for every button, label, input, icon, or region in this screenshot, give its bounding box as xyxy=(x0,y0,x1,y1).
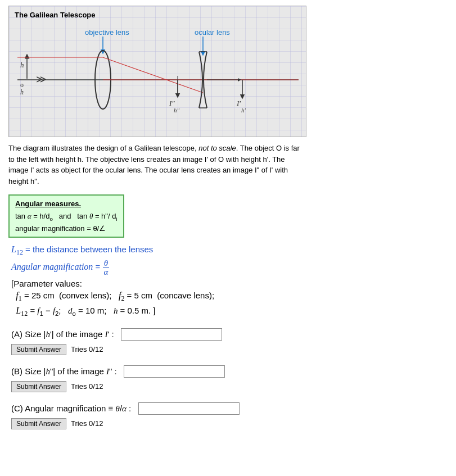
description-text: The diagram illustrates the design of a … xyxy=(8,143,306,238)
question-A-submit-button[interactable]: Submit Answer xyxy=(11,344,66,355)
telescope-diagram: objective lens ocular lens h xyxy=(15,22,301,129)
question-A-submit-row: Submit Answer Tries 0/12 xyxy=(11,344,448,355)
ocular-lens-label: ocular lens xyxy=(195,28,230,37)
question-B-submit-button[interactable]: Submit Answer xyxy=(11,381,66,392)
objective-lens-label: objective lens xyxy=(85,28,129,37)
angular-formula-2: angular magnification = θ/∠ xyxy=(15,223,118,234)
diagram-title: The Galilean Telescope xyxy=(15,11,300,19)
param-f1-f2: f1 = 25 cm (convex lens); f2 = 5 cm (con… xyxy=(11,291,448,303)
o-label: o xyxy=(20,81,24,89)
svg-line-5 xyxy=(103,57,203,93)
param-l12-do-h: L12 = f1 − f2; do = 10 m; h = 0.5 m. ] xyxy=(11,306,448,318)
h-label: h xyxy=(20,61,24,69)
angular-formula-1: tan α = h/do and tan θ = h"/ di xyxy=(15,211,118,223)
question-B-submit-row: Submit Answer Tries 0/12 xyxy=(11,381,448,392)
angular-measures-box: Angular measures. tan α = h/do and tan θ… xyxy=(8,194,124,238)
question-C-tries: Tries 0/12 xyxy=(71,419,103,428)
question-B-input[interactable] xyxy=(124,365,225,378)
question-C-label: (C) Angular magnification ≡ θ/α : xyxy=(11,402,448,415)
question-A-section: (A) Size |h'| of the image I' : Submit A… xyxy=(8,328,448,355)
question-C-section: (C) Angular magnification ≡ θ/α : Submit… xyxy=(8,402,448,429)
parameters-section: L12 = the distance between the lenses An… xyxy=(8,244,448,318)
question-B-tries: Tries 0/12 xyxy=(71,382,103,391)
angular-magnification-def: Angular magnification = θ α xyxy=(11,259,448,276)
i-prime-label: I′ xyxy=(236,99,241,107)
question-B-section: (B) Size |h"| of the image I" : Submit A… xyxy=(8,365,448,392)
angular-measures-title: Angular measures. xyxy=(15,198,118,210)
param-header: [Parameter values: xyxy=(11,279,448,288)
h-double-prime-label: h″ xyxy=(174,107,180,114)
question-C-submit-row: Submit Answer Tries 0/12 xyxy=(11,418,448,429)
question-A-label: (A) Size |h'| of the image I' : xyxy=(11,328,448,341)
l12-definition: L12 = the distance between the lenses xyxy=(11,244,448,257)
question-A-input[interactable] xyxy=(121,328,222,341)
question-C-input[interactable] xyxy=(138,402,240,415)
h-bottom-label: h xyxy=(20,88,24,96)
double-chevron: ≫ xyxy=(36,74,47,85)
diagram-box: The Galilean Telescope objective lens oc… xyxy=(8,6,306,137)
i-double-prime-label: I″ xyxy=(169,99,175,107)
question-B-label: (B) Size |h"| of the image I" : xyxy=(11,365,448,378)
question-A-tries: Tries 0/12 xyxy=(71,345,103,353)
question-C-submit-button[interactable]: Submit Answer xyxy=(11,418,66,429)
h-prime-label: h′ xyxy=(241,107,246,114)
